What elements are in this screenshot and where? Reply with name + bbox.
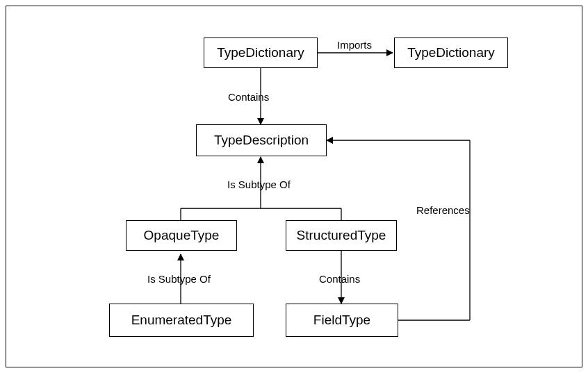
node-label: OpaqueType <box>144 228 220 243</box>
edge-label-is-subtype-of-1: Is Subtype Of <box>227 179 291 190</box>
node-opaque-type: OpaqueType <box>126 220 237 251</box>
edge-label-references: References <box>416 204 470 216</box>
node-label: TypeDictionary <box>407 45 495 60</box>
node-type-dictionary-2: TypeDictionary <box>394 38 508 68</box>
node-enumerated-type: EnumeratedType <box>109 304 254 337</box>
node-label: StructuredType <box>297 228 386 243</box>
edge-label-contains-1: Contains <box>228 91 269 103</box>
node-label: TypeDescription <box>214 133 309 148</box>
node-type-dictionary-1: TypeDictionary <box>204 38 318 68</box>
node-field-type: FieldType <box>286 304 398 337</box>
node-label: FieldType <box>313 313 370 328</box>
edge-label-imports: Imports <box>337 39 372 51</box>
node-type-description: TypeDescription <box>196 124 327 156</box>
node-label: TypeDictionary <box>217 45 304 60</box>
node-label: EnumeratedType <box>131 313 232 328</box>
edge-label-contains-2: Contains <box>319 273 360 285</box>
diagram-frame: TypeDictionary TypeDictionary TypeDescri… <box>6 6 582 367</box>
node-structured-type: StructuredType <box>286 220 397 251</box>
edge-label-is-subtype-of-2: Is Subtype Of <box>147 273 211 285</box>
